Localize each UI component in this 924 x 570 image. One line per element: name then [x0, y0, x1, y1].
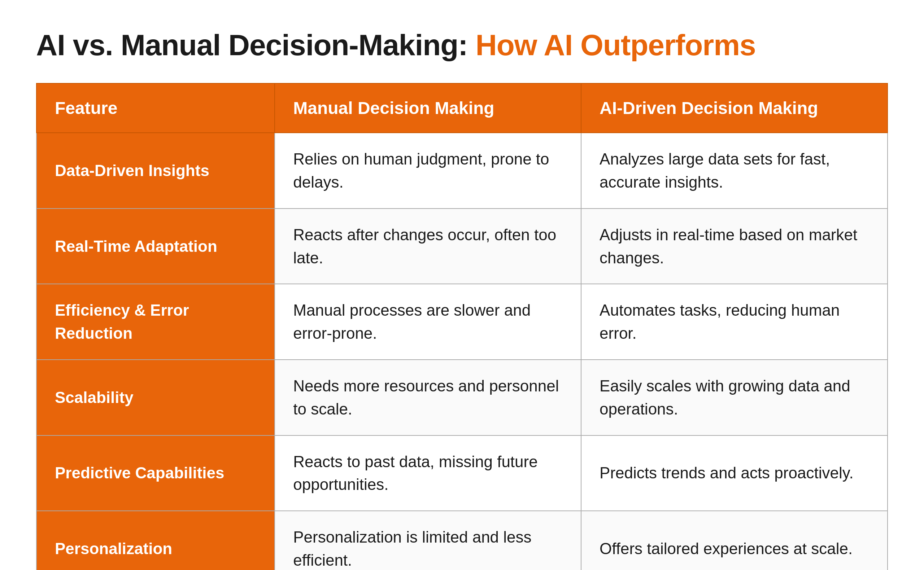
cell-manual: Relies on human judgment, prone to delay…: [275, 133, 581, 208]
table-header-row: Feature Manual Decision Making AI-Driven…: [37, 83, 887, 133]
cell-manual: Reacts after changes occur, often too la…: [275, 208, 581, 284]
table-row: Real-Time AdaptationReacts after changes…: [37, 208, 887, 284]
cell-ai: Predicts trends and acts proactively.: [581, 435, 887, 511]
cell-feature: Scalability: [37, 360, 275, 435]
cell-manual: Reacts to past data, missing future oppo…: [275, 435, 581, 511]
cell-manual: Needs more resources and personnel to sc…: [275, 360, 581, 435]
table-row: Data-Driven InsightsRelies on human judg…: [37, 133, 887, 208]
table-row: Efficiency & Error ReductionManual proce…: [37, 284, 887, 360]
cell-manual: Personalization is limited and less effi…: [275, 511, 581, 570]
page-container: AI vs. Manual Decision-Making: How AI Ou…: [36, 29, 888, 570]
cell-ai: Automates tasks, reducing human error.: [581, 284, 887, 360]
title-part2: How AI Outperforms: [475, 29, 755, 61]
table-row: Predictive CapabilitiesReacts to past da…: [37, 435, 887, 511]
comparison-table: Feature Manual Decision Making AI-Driven…: [36, 83, 888, 570]
title-part1: AI vs. Manual Decision-Making:: [36, 29, 475, 61]
cell-feature: Predictive Capabilities: [37, 435, 275, 511]
page-title: AI vs. Manual Decision-Making: How AI Ou…: [36, 29, 888, 61]
cell-ai: Analyzes large data sets for fast, accur…: [581, 133, 887, 208]
cell-ai: Offers tailored experiences at scale.: [581, 511, 887, 570]
cell-feature: Efficiency & Error Reduction: [37, 284, 275, 360]
header-ai: AI-Driven Decision Making: [581, 83, 887, 133]
table-row: ScalabilityNeeds more resources and pers…: [37, 360, 887, 435]
header-feature: Feature: [37, 83, 275, 133]
cell-feature: Data-Driven Insights: [37, 133, 275, 208]
header-manual: Manual Decision Making: [275, 83, 581, 133]
cell-feature: Personalization: [37, 511, 275, 570]
table-row: PersonalizationPersonalization is limite…: [37, 511, 887, 570]
cell-feature: Real-Time Adaptation: [37, 208, 275, 284]
cell-manual: Manual processes are slower and error-pr…: [275, 284, 581, 360]
cell-ai: Easily scales with growing data and oper…: [581, 360, 887, 435]
cell-ai: Adjusts in real-time based on market cha…: [581, 208, 887, 284]
